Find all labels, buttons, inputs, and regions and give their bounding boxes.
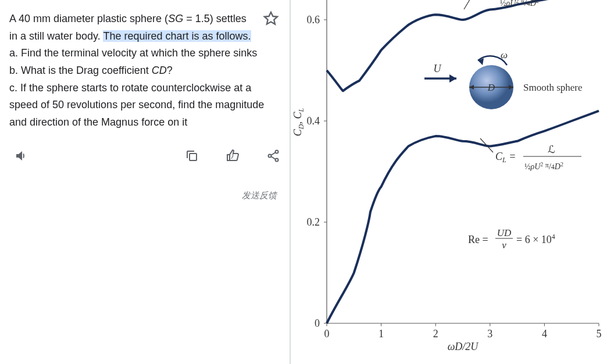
- y-axis-label: CD, CL: [292, 108, 305, 136]
- svg-text:= 6 × 104: = 6 × 104: [516, 233, 555, 245]
- q-a: a. Find the terminal velocity at which t…: [9, 45, 280, 62]
- question-block: A 40 mm diameter plastic sphere (SG = 1.…: [9, 10, 280, 131]
- action-toolbar: [9, 149, 280, 166]
- x-tick-4: 4: [542, 328, 547, 340]
- svg-line-21: [464, 0, 471, 9]
- star-icon: [263, 10, 279, 27]
- share-icon: [266, 149, 280, 163]
- sound-button[interactable]: [14, 149, 28, 166]
- x-axis-label: ωD/2U: [448, 341, 479, 352]
- q-b-italic: CD: [152, 65, 167, 76]
- q-b: b. What is the Drag coefficient CD?: [9, 62, 280, 80]
- omega-label: ω: [501, 49, 508, 60]
- y-tick-1: 0.2: [307, 216, 320, 228]
- q-sg: SG: [168, 13, 183, 24]
- thumbs-button[interactable]: [226, 149, 240, 166]
- y-tick-3: 0.6: [307, 14, 320, 26]
- svg-text:CL =: CL =: [495, 151, 516, 164]
- svg-text:ℒ: ℒ: [548, 144, 555, 155]
- cl-curve: [327, 111, 599, 323]
- question-text: A 40 mm diameter plastic sphere (SG = 1.…: [9, 10, 280, 45]
- q-c: c. If the sphere starts to rotate counte…: [9, 80, 280, 131]
- cd-curve: [327, 0, 599, 91]
- x-tick-2: 2: [433, 328, 438, 340]
- svg-text:Re =: Re =: [468, 234, 488, 245]
- re-annotation: Re = UD v = 6 × 104: [468, 227, 555, 251]
- q-b-2: ?: [167, 65, 173, 76]
- u-label: U: [434, 63, 442, 74]
- feedback-link[interactable]: 发送反馈: [9, 190, 280, 201]
- left-panel: A 40 mm diameter plastic sphere (SG = 1.…: [0, 0, 290, 364]
- chart-svg: 0 0.2 0.4 0.6 0.8 0 1 2 3: [291, 0, 607, 364]
- svg-text:½ρU2 π/4D2: ½ρU2 π/4D2: [500, 0, 539, 8]
- svg-text:CD =: CD =: [471, 0, 492, 1]
- svg-text:½ρU2 π/4D2: ½ρU2 π/4D2: [524, 161, 563, 171]
- copy-button[interactable]: [185, 149, 199, 166]
- q-highlighted: The required chart is as follows.: [103, 30, 251, 42]
- thumbs-icon: [226, 149, 240, 163]
- svg-text:v: v: [502, 240, 506, 251]
- q-intro-1: A 40 mm diameter plastic sphere (: [9, 13, 168, 24]
- d-label: D: [487, 82, 495, 93]
- share-button[interactable]: [266, 149, 280, 166]
- x-ticks: 0 1 2 3 4 5: [324, 323, 602, 340]
- y-tick-0: 0: [315, 317, 320, 329]
- bookmark-button[interactable]: [263, 10, 279, 27]
- x-tick-0: 0: [324, 328, 330, 340]
- svg-marker-19: [449, 74, 456, 83]
- x-tick-1: 1: [379, 328, 384, 340]
- q-b-1: b. What is the Drag coefficient: [9, 65, 152, 76]
- chart-panel: 0 0.2 0.4 0.6 0.8 0 1 2 3: [291, 0, 607, 364]
- cl-formula: CL = ℒ ½ρU2 π/4D2: [480, 138, 581, 171]
- y-tick-2: 0.4: [307, 115, 320, 127]
- sound-icon: [14, 149, 28, 163]
- smooth-sphere-label: Smooth sphere: [523, 82, 583, 93]
- svg-rect-0: [190, 154, 197, 160]
- copy-icon: [185, 149, 199, 163]
- x-tick-5: 5: [597, 328, 602, 340]
- x-tick-3: 3: [487, 328, 492, 340]
- svg-text:UD: UD: [497, 227, 512, 238]
- y-ticks: 0 0.2 0.4 0.6 0.8: [307, 0, 327, 329]
- cd-formula: CD = 𝒟 ½ρU2 π/4D2: [464, 0, 557, 9]
